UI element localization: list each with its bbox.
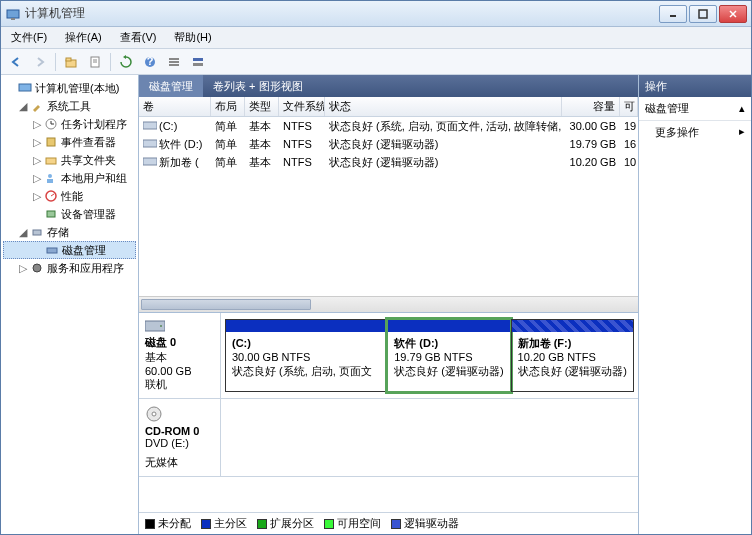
table-row[interactable]: (C:)简单基本NTFS状态良好 (系统, 启动, 页面文件, 活动, 故障转储… <box>139 117 638 135</box>
svg-rect-7 <box>66 58 71 61</box>
tree-label: 服务和应用程序 <box>47 261 124 276</box>
svg-rect-3 <box>699 10 707 18</box>
list-rows[interactable]: (C:)简单基本NTFS状态良好 (系统, 启动, 页面文件, 活动, 故障转储… <box>139 117 638 296</box>
partition-c[interactable]: (C:) 30.00 GB NTFS 状态良好 (系统, 启动, 页面文 <box>225 319 387 392</box>
tabbar: 磁盘管理 卷列表 + 图形视图 <box>139 75 638 97</box>
partition-status: 状态良好 (系统, 启动, 页面文 <box>232 364 380 378</box>
clock-icon <box>43 116 59 132</box>
tree-label: 共享文件夹 <box>61 153 116 168</box>
svg-rect-16 <box>193 58 203 61</box>
partition-f[interactable]: 新加卷 (F:) 10.20 GB NTFS 状态良好 (逻辑驱动器) <box>511 319 634 392</box>
window-title: 计算机管理 <box>25 5 659 22</box>
col-volume[interactable]: 卷 <box>139 97 211 116</box>
tree-event[interactable]: ▷事件查看器 <box>3 133 136 151</box>
window-frame: 计算机管理 文件(F) 操作(A) 查看(V) 帮助(H) ? 计算机管理(本地… <box>0 0 752 535</box>
tree-label: 本地用户和组 <box>61 171 127 186</box>
hdd-icon <box>145 319 214 333</box>
partition-sub: 30.00 GB NTFS <box>232 350 380 364</box>
legend-unallocated: 未分配 <box>145 516 191 531</box>
col-layout[interactable]: 布局 <box>211 97 245 116</box>
maximize-button[interactable] <box>689 5 717 23</box>
partition-d[interactable]: 软件 (D:) 19.79 GB NTFS 状态良好 (逻辑驱动器) <box>387 319 510 392</box>
tree-root[interactable]: 计算机管理(本地) <box>3 79 136 97</box>
nav-back-button[interactable] <box>5 52 27 72</box>
legend-logical: 逻辑驱动器 <box>391 516 459 531</box>
partition-status: 状态良好 (逻辑驱动器) <box>394 364 503 378</box>
tree-task[interactable]: ▷任务计划程序 <box>3 115 136 133</box>
partition-header <box>226 320 386 332</box>
cdrom-icon <box>145 405 214 423</box>
legend-freespace: 可用空间 <box>324 516 381 531</box>
collapse-icon: ▴ <box>739 102 745 115</box>
col-capacity[interactable]: 容量 <box>562 97 620 116</box>
help-button[interactable]: ? <box>139 52 161 72</box>
col-type[interactable]: 类型 <box>245 97 279 116</box>
cdrom-state: 无媒体 <box>145 455 214 470</box>
close-button[interactable] <box>719 5 747 23</box>
svg-rect-22 <box>47 138 55 146</box>
titlebar[interactable]: 计算机管理 <box>1 1 751 27</box>
actions-context-label: 磁盘管理 <box>645 101 689 116</box>
table-row[interactable]: 新加卷 (简单基本NTFS状态良好 (逻辑驱动器)10.20 GB10 <box>139 153 638 171</box>
horizontal-scrollbar[interactable] <box>139 296 638 312</box>
tree-services[interactable]: ▷服务和应用程序 <box>3 259 136 277</box>
minimize-button[interactable] <box>659 5 687 23</box>
up-button[interactable] <box>60 52 82 72</box>
nav-tree[interactable]: 计算机管理(本地) ◢系统工具 ▷任务计划程序 ▷事件查看器 ▷共享文件夹 ▷本… <box>1 75 139 534</box>
partition-status: 状态良好 (逻辑驱动器) <box>518 364 627 378</box>
view-list-button[interactable] <box>163 52 185 72</box>
svg-rect-17 <box>193 63 203 66</box>
tree-storage[interactable]: ◢存储 <box>3 223 136 241</box>
menu-help[interactable]: 帮助(H) <box>170 28 215 47</box>
menu-view[interactable]: 查看(V) <box>116 28 161 47</box>
properties-button[interactable] <box>84 52 106 72</box>
partition-header <box>512 320 633 332</box>
partition-sub: 10.20 GB NTFS <box>518 350 627 364</box>
tree-diskmgmt[interactable]: 磁盘管理 <box>3 241 136 259</box>
menu-action[interactable]: 操作(A) <box>61 28 106 47</box>
menu-file[interactable]: 文件(F) <box>7 28 51 47</box>
col-free[interactable]: 可 <box>620 97 638 116</box>
tree-users[interactable]: ▷本地用户和组 <box>3 169 136 187</box>
col-status[interactable]: 状态 <box>325 97 562 116</box>
legend-extended: 扩展分区 <box>257 516 314 531</box>
tab-viewmode[interactable]: 卷列表 + 图形视图 <box>203 75 313 97</box>
tree-label: 事件查看器 <box>61 135 116 150</box>
tree-perf[interactable]: ▷性能 <box>3 187 136 205</box>
col-fs[interactable]: 文件系统 <box>279 97 325 116</box>
scrollbar-thumb[interactable] <box>141 299 311 310</box>
perf-icon <box>43 188 59 204</box>
disk-size: 60.00 GB <box>145 365 214 377</box>
tab-diskmgmt[interactable]: 磁盘管理 <box>139 75 203 97</box>
svg-rect-30 <box>47 248 57 253</box>
table-row[interactable]: 软件 (D:)简单基本NTFS状态良好 (逻辑驱动器)19.79 GB16 <box>139 135 638 153</box>
svg-rect-18 <box>19 84 31 91</box>
cdrom-info: CD-ROM 0 DVD (E:) 无媒体 <box>139 399 221 476</box>
partition-title: 新加卷 (F:) <box>518 336 627 350</box>
volume-list: 卷 布局 类型 文件系统 状态 容量 可 (C:)简单基本NTFS状态良好 (系… <box>139 97 638 313</box>
volume-icon <box>143 138 157 148</box>
cdrom-row[interactable]: CD-ROM 0 DVD (E:) 无媒体 <box>139 399 638 477</box>
disk-0-row[interactable]: 磁盘 0 基本 60.00 GB 联机 (C:) 30.00 GB NTFS 状… <box>139 313 638 399</box>
tree-devmgr[interactable]: 设备管理器 <box>3 205 136 223</box>
actions-pane: 操作 磁盘管理 ▴ 更多操作 ▸ <box>639 75 751 534</box>
app-icon <box>5 6 21 22</box>
body: 计算机管理(本地) ◢系统工具 ▷任务计划程序 ▷事件查看器 ▷共享文件夹 ▷本… <box>1 75 751 534</box>
nav-forward-button[interactable] <box>29 52 51 72</box>
menubar: 文件(F) 操作(A) 查看(V) 帮助(H) <box>1 27 751 49</box>
actions-more[interactable]: 更多操作 ▸ <box>639 121 751 144</box>
svg-rect-0 <box>7 10 19 18</box>
view-graphic-button[interactable] <box>187 52 209 72</box>
actions-context[interactable]: 磁盘管理 ▴ <box>639 97 751 121</box>
tree-shared[interactable]: ▷共享文件夹 <box>3 151 136 169</box>
disk-state: 联机 <box>145 377 214 392</box>
tree-label: 计算机管理(本地) <box>35 81 119 96</box>
disk-label: 磁盘 0 <box>145 335 214 350</box>
users-icon <box>43 170 59 186</box>
disk-type: 基本 <box>145 350 214 365</box>
svg-rect-23 <box>46 158 56 164</box>
actions-more-label: 更多操作 <box>655 126 699 138</box>
partition-sub: 19.79 GB NTFS <box>394 350 503 364</box>
refresh-button[interactable] <box>115 52 137 72</box>
tree-systools[interactable]: ◢系统工具 <box>3 97 136 115</box>
